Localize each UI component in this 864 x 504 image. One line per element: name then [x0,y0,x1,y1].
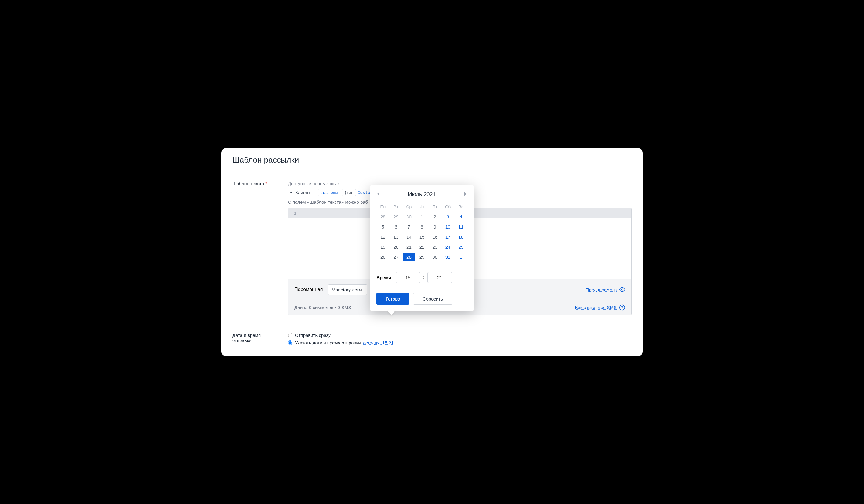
next-month-button[interactable] [464,191,467,198]
day-cell[interactable]: 3 [442,212,454,221]
day-cell[interactable]: 29 [390,212,402,221]
help-icon [619,305,625,310]
dow-cell: Ср [403,202,416,212]
length-text: Длина 0 символов • 0 SMS [294,305,351,310]
reset-button[interactable]: Сбросить [413,293,453,305]
day-cell[interactable]: 30 [403,212,415,221]
variable-label: Переменная [294,287,323,292]
day-cell[interactable]: 29 [416,253,428,261]
var-pill-name[interactable]: customer [317,189,344,196]
hours-input[interactable] [396,272,420,283]
day-cell[interactable]: 12 [377,233,389,241]
day-cell[interactable]: 28 [403,253,415,261]
day-cell[interactable]: 2 [429,212,441,221]
day-cell[interactable]: 14 [403,233,415,241]
form-card: Шаблон рассылки Шаблон текста * Доступны… [221,148,643,356]
day-cell[interactable]: 16 [429,233,441,241]
dow-cell: Пт [428,202,442,212]
prev-month-button[interactable] [376,191,380,198]
day-cell[interactable]: 28 [377,212,389,221]
dow-cell: Сб [442,202,455,212]
day-cell[interactable]: 5 [377,222,389,231]
option-send-date[interactable]: Указать дату и время отправки сегодня, 1… [288,340,632,345]
day-cell[interactable]: 11 [455,222,467,231]
day-cell[interactable]: 1 [455,253,467,261]
dow-cell: Пн [376,202,389,212]
day-cell[interactable]: 21 [403,243,415,251]
radio-now[interactable] [288,333,292,337]
day-cell[interactable]: 25 [455,243,467,251]
day-cell[interactable]: 23 [429,243,441,251]
day-cell[interactable]: 13 [390,233,402,241]
day-cell[interactable]: 27 [390,253,402,261]
page-title: Шаблон рассылки [232,155,632,165]
day-cell[interactable]: 9 [429,222,441,231]
svg-point-0 [622,289,623,291]
day-cell[interactable]: 15 [416,233,428,241]
day-cell[interactable]: 22 [416,243,428,251]
day-cell[interactable]: 20 [390,243,402,251]
dow-cell: Вт [389,202,403,212]
eye-icon [619,286,625,293]
day-cell[interactable]: 8 [416,222,428,231]
day-cell[interactable]: 19 [377,243,389,251]
dow-cell: Чт [416,202,429,212]
day-cell[interactable]: 7 [403,222,415,231]
day-cell[interactable]: 10 [442,222,454,231]
template-label: Шаблон текста * [232,181,278,315]
day-cell[interactable]: 24 [442,243,454,251]
dow-cell: Вс [454,202,467,212]
month-label: Июль 2021 [408,191,436,198]
option-send-now[interactable]: Отправить сразу [288,333,632,338]
time-sep: : [423,274,424,280]
sms-help-link[interactable]: Как считаются SMS [575,305,617,310]
day-cell[interactable]: 17 [442,233,454,241]
day-cell[interactable]: 18 [455,233,467,241]
required-mark: * [265,181,267,186]
date-value-link[interactable]: сегодня, 15:21 [363,340,394,345]
datepicker-popover: Июль 2021 ПнВтСрЧтПтСбВс 282930123456789… [370,185,473,311]
done-button[interactable]: Готово [376,293,409,305]
schedule-label: Дата и время отправки [232,333,278,348]
variable-select[interactable]: Monetary-сегм [327,284,367,295]
radio-date[interactable] [288,341,292,345]
minutes-input[interactable] [428,272,452,283]
day-cell[interactable]: 6 [390,222,402,231]
schedule-section: Дата и время отправки Отправить сразу Ук… [221,324,643,356]
day-cell[interactable]: 26 [377,253,389,261]
preview-link[interactable]: Предпросмотр [586,287,617,292]
day-cell[interactable]: 1 [416,212,428,221]
template-section: Шаблон текста * Доступные переменные: Кл… [221,172,643,324]
day-cell[interactable]: 31 [442,253,454,261]
line-number: 1 [288,208,302,218]
time-label: Время: [376,275,393,280]
card-header: Шаблон рассылки [221,148,643,172]
day-cell[interactable]: 30 [429,253,441,261]
day-cell[interactable]: 4 [455,212,467,221]
